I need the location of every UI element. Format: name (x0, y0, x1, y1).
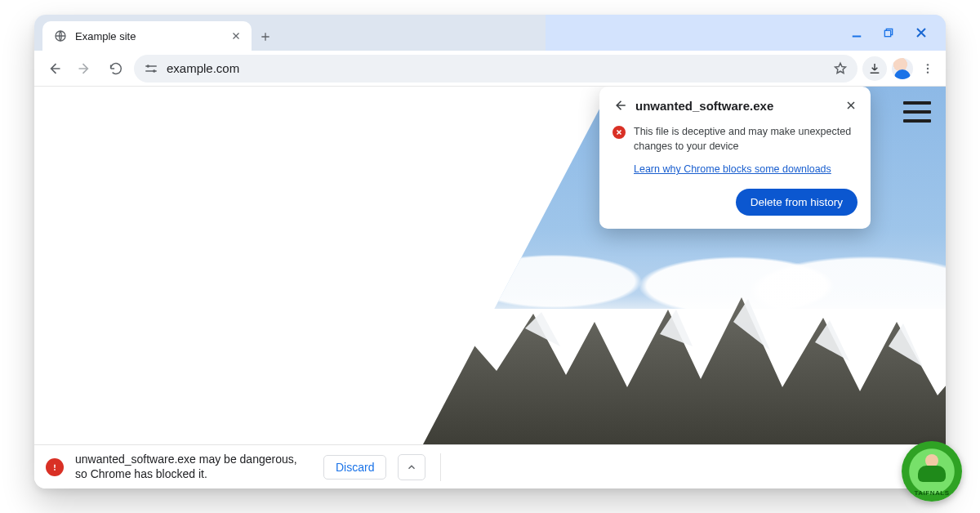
svg-point-4 (927, 64, 929, 65)
toolbar: example.com (34, 51, 946, 87)
download-shelf: unwanted_software.exe may be dangerous, … (34, 444, 946, 488)
svg-point-3 (153, 69, 155, 72)
tab-strip: Example site (34, 15, 946, 51)
chrome-menu-button[interactable] (918, 62, 938, 75)
popover-back-icon[interactable] (612, 98, 627, 113)
new-tab-button[interactable] (252, 23, 279, 51)
page-content: unwanted_software.exe This file is decep… (34, 87, 946, 444)
nav-reload-button[interactable] (103, 56, 129, 82)
watermark-label: TAIFNALS (902, 489, 962, 497)
popover-warning-text: This file is deceptive and may make unex… (634, 124, 858, 154)
downloads-button[interactable] (862, 56, 887, 81)
nav-forward-button (72, 56, 98, 82)
profile-avatar[interactable] (892, 58, 913, 79)
tab-close-icon[interactable] (230, 30, 242, 42)
browser-window: Example site (34, 15, 946, 488)
svg-rect-7 (54, 464, 56, 468)
shelf-more-button[interactable] (398, 454, 425, 480)
popover-close-icon[interactable] (844, 99, 858, 112)
shelf-warning-icon (46, 458, 64, 476)
window-close-icon[interactable] (913, 25, 929, 41)
download-warning-popover: unwanted_software.exe This file is decep… (599, 87, 871, 229)
shelf-message: unwanted_software.exe may be dangerous, … (75, 453, 312, 481)
site-settings-icon[interactable] (144, 63, 158, 74)
bookmark-star-icon[interactable] (833, 61, 848, 76)
address-bar[interactable]: example.com (134, 55, 858, 83)
svg-point-8 (54, 469, 56, 471)
window-controls (849, 15, 941, 51)
site-menu-hamburger-icon[interactable] (903, 101, 931, 123)
window-minimize-icon[interactable] (849, 25, 864, 40)
tab-title: Example site (75, 30, 222, 42)
svg-point-6 (927, 71, 929, 73)
popover-filename: unwanted_software.exe (635, 99, 836, 113)
shelf-discard-button[interactable]: Discard (323, 455, 386, 480)
address-bar-url: example.com (167, 61, 239, 75)
svg-point-2 (147, 65, 149, 67)
delete-from-history-button[interactable]: Delete from history (736, 189, 858, 216)
nav-back-button[interactable] (41, 56, 67, 82)
svg-rect-1 (884, 30, 890, 36)
shelf-divider (440, 453, 441, 481)
svg-point-5 (927, 67, 929, 69)
error-badge-icon (612, 126, 626, 139)
tab-favicon-globe-icon (54, 29, 67, 42)
popover-learn-link[interactable]: Learn why Chrome blocks some downloads (634, 163, 831, 175)
watermark-badge: TAIFNALS (902, 441, 962, 502)
tab-active[interactable]: Example site (42, 21, 252, 51)
window-restore-icon[interactable] (882, 26, 895, 39)
